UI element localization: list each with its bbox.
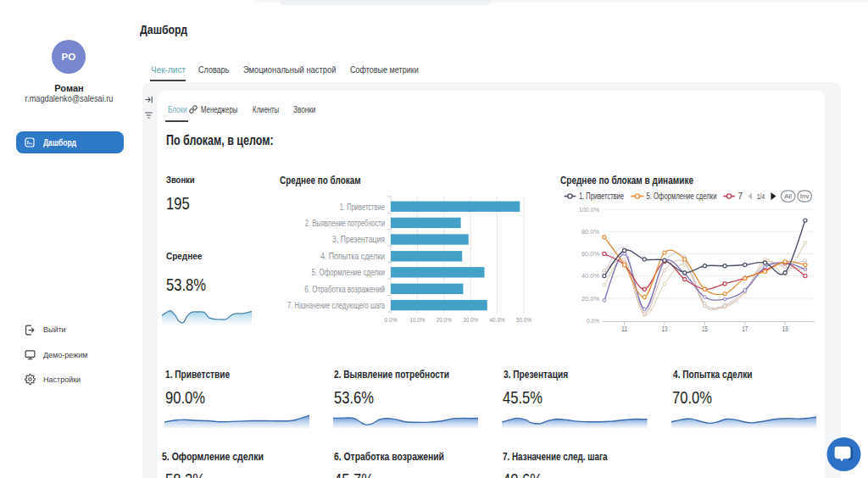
svg-text:6. Отработка возражений: 6. Отработка возражений (304, 285, 385, 294)
svg-text:30.0%: 30.0% (463, 316, 478, 324)
svg-text:20.0%: 20.0% (581, 295, 599, 303)
svg-text:All: All (784, 192, 792, 200)
svg-text:3. Презентация: 3. Презентация (332, 235, 385, 244)
svg-text:2. Выявление потребности: 2. Выявление потребности (305, 219, 385, 228)
svg-text:5. Оформление сделки: 5. Оформление сделки (647, 192, 717, 201)
svg-text:19: 19 (782, 325, 788, 333)
svg-text:13: 13 (662, 325, 668, 333)
svg-text:40.0%: 40.0% (490, 316, 505, 324)
svg-text:50.0%: 50.0% (516, 316, 531, 324)
svg-text:0.0%: 0.0% (587, 317, 599, 325)
svg-text:4. Попытка сделки: 4. Попытка сделки (320, 252, 385, 261)
svg-text:5. Оформление сделки: 5. Оформление сделки (312, 268, 385, 277)
svg-text:100.0%: 100.0% (579, 206, 599, 214)
svg-text:17: 17 (742, 325, 748, 333)
svg-text:20.0%: 20.0% (437, 316, 452, 324)
svg-text:7: 7 (738, 192, 743, 201)
svg-text:11: 11 (621, 325, 627, 333)
svg-text:10.0%: 10.0% (409, 316, 425, 324)
svg-text:1. Приветствие: 1. Приветствие (579, 192, 624, 201)
svg-text:0.0%: 0.0% (385, 316, 398, 324)
svg-text:60.0%: 60.0% (581, 250, 599, 258)
svg-text:15: 15 (702, 325, 708, 333)
svg-text:Inv: Inv (800, 192, 810, 200)
svg-text:40.0%: 40.0% (581, 272, 599, 280)
svg-text:7. Назначение следующего шага: 7. Назначение следующего шага (287, 301, 385, 310)
svg-text:80.0%: 80.0% (581, 228, 599, 236)
svg-text:1. Приветствие: 1. Приветствие (340, 203, 386, 212)
svg-text:1/4: 1/4 (757, 192, 765, 201)
